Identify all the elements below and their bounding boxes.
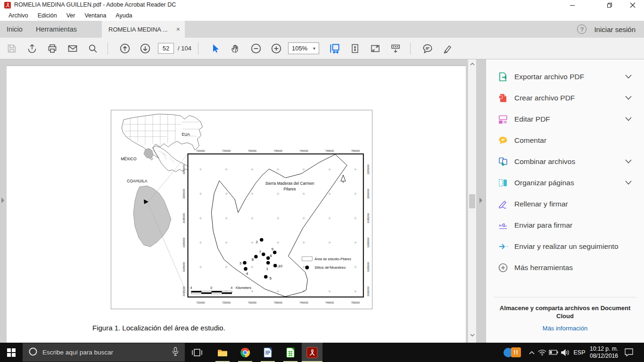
open-nav-pane-icon[interactable]	[0, 196, 6, 205]
site-dot	[266, 261, 270, 265]
site-dot	[264, 275, 268, 279]
chrome-button[interactable]	[235, 343, 256, 362]
task-view-button[interactable]	[187, 343, 207, 362]
x-tick-label: 745000	[325, 149, 334, 152]
cortana-icon	[28, 347, 38, 358]
menu-ver[interactable]: Ver	[62, 10, 80, 21]
signin-button[interactable]: Iniciar sesión	[594, 25, 636, 33]
chevron-down-icon[interactable]	[625, 96, 632, 100]
wifi-icon[interactable]	[537, 343, 548, 362]
chevron-down-icon[interactable]	[625, 159, 632, 164]
sidebar-item-combine-files[interactable]: Combinar archivos	[486, 151, 644, 172]
x-tick-label: 740000	[299, 301, 308, 304]
page-number-input[interactable]: 52	[158, 43, 174, 54]
pdf-page: EUA MÉXICO COAHUILA 72000072000072500072…	[7, 66, 466, 343]
x-tick-label: 720000	[196, 149, 205, 152]
action-center-icon[interactable]	[622, 343, 636, 362]
chevron-down-icon[interactable]	[625, 181, 632, 185]
highlighter-tool-button[interactable]	[440, 41, 456, 57]
tray-chevron-up-icon[interactable]	[526, 343, 537, 362]
tab-herramientas[interactable]: Herramientas	[36, 21, 77, 38]
sidebar-divider	[494, 297, 636, 297]
hand-tool-button[interactable]	[228, 41, 244, 57]
sidebar-item-fill-sign[interactable]: Rellenar y firmar	[486, 193, 644, 214]
scroll-up-icon[interactable]	[468, 60, 477, 68]
site-dot	[243, 261, 247, 265]
microphone-icon[interactable]	[172, 347, 179, 358]
zoom-in-button[interactable]	[268, 41, 284, 57]
sidebar-item-organize-pages[interactable]: Organizar páginas	[486, 172, 644, 193]
sidebar-item-export-pdf[interactable]: Exportar archivo PDF	[486, 66, 644, 87]
tab-document[interactable]: ROMELIA MEDINA ... ×	[102, 21, 185, 38]
comment-tool-button[interactable]	[420, 41, 436, 57]
clock[interactable]: 10:12 p. m. 08/12/2016	[588, 343, 619, 362]
menu-archivo[interactable]: Archivo	[4, 10, 33, 21]
site-dot	[262, 253, 265, 256]
fit-page-button[interactable]	[347, 41, 363, 57]
previous-page-button[interactable]	[117, 41, 133, 57]
y-tick-label: 3190000	[182, 238, 185, 247]
acrobat-button[interactable]	[302, 343, 322, 362]
close-window-button[interactable]	[625, 0, 641, 10]
email-button[interactable]	[65, 41, 81, 57]
sidebar-item-send-for-sign[interactable]: Enviar para firmar	[486, 214, 644, 236]
window-title: ROMELIA MEDINA GUILLEN.pdf - Adobe Acrob…	[14, 1, 176, 8]
tray-overflow-app[interactable]: !!	[508, 343, 524, 362]
help-icon[interactable]: ?	[577, 25, 586, 34]
site-dot	[254, 255, 258, 259]
legend-sites-label: Sitios de Muestreo	[314, 265, 346, 270]
alert-badge: !!	[511, 347, 521, 357]
figure-caption: Figura 1. Localización del área de estud…	[92, 324, 225, 332]
battery-icon[interactable]	[548, 343, 559, 362]
zoom-level-dropdown[interactable]: 105% ▾	[288, 42, 319, 54]
tab-inicio[interactable]: Inicio	[7, 21, 23, 38]
x-tick-label: 745000	[325, 301, 334, 304]
legend-area-swatch	[302, 257, 312, 261]
site-label: 10	[278, 264, 282, 268]
next-page-button[interactable]	[137, 41, 153, 57]
taskbar-search-box[interactable]: Escribe aquí para buscar	[23, 343, 185, 362]
comment-icon	[497, 135, 509, 146]
document-cloud-promo: Almacene y comparta archivos en Document…	[486, 304, 644, 320]
sidebar-item-more-tools[interactable]: Más herramientas	[486, 257, 644, 278]
windows-taskbar: Escribe aquí para buscar !!	[0, 343, 644, 362]
minimize-button[interactable]	[564, 0, 580, 10]
scroll-down-icon[interactable]	[468, 331, 477, 339]
language-indicator[interactable]: ESP	[571, 343, 587, 362]
sidebar-item-create-pdf[interactable]: Crear archivo PDF	[486, 87, 644, 108]
sidebar-item-send-track[interactable]: Enviar y realizar un seguimiento	[486, 236, 644, 257]
scrollbar-thumb[interactable]	[469, 194, 475, 208]
menu-ayuda[interactable]: Ayuda	[111, 10, 137, 21]
writer-button[interactable]	[257, 343, 278, 362]
collapse-tools-pane-icon[interactable]	[478, 196, 484, 205]
print-button[interactable]	[44, 41, 60, 57]
site-label: 9	[271, 247, 273, 251]
fit-width-button[interactable]	[327, 41, 343, 57]
calc-button[interactable]	[280, 343, 301, 362]
signin-area: ? Iniciar sesión	[577, 21, 636, 38]
more-info-link[interactable]: Más información	[486, 325, 644, 332]
close-tab-icon[interactable]: ×	[176, 25, 180, 33]
share-upload-button[interactable]	[24, 41, 40, 57]
file-explorer-button[interactable]	[212, 343, 233, 362]
zoom-out-button[interactable]	[248, 41, 264, 57]
start-button[interactable]	[0, 343, 23, 362]
menu-ventana[interactable]: Ventana	[80, 10, 111, 21]
presentation-mode-button[interactable]	[388, 41, 404, 57]
y-tick-label: 3205000	[367, 165, 370, 174]
select-tool-button[interactable]	[207, 41, 223, 57]
restore-button[interactable]	[602, 0, 618, 10]
chevron-down-icon[interactable]	[625, 74, 632, 79]
sidebar-item-comment[interactable]: Comentar	[486, 130, 644, 151]
chevron-down-icon[interactable]	[625, 117, 632, 121]
site-label: 4	[246, 272, 248, 276]
save-button[interactable]	[4, 41, 20, 57]
toolbar-separator	[107, 42, 108, 55]
fullscreen-button[interactable]	[367, 41, 383, 57]
vertical-scrollbar[interactable]	[468, 59, 476, 343]
content-area: EUA MÉXICO COAHUILA 72000072000072500072…	[0, 59, 644, 343]
sidebar-item-edit-pdf[interactable]: Editar PDF	[486, 108, 644, 130]
menu-edicion[interactable]: Edición	[33, 10, 62, 21]
search-icon[interactable]	[85, 41, 101, 57]
volume-icon[interactable]	[559, 343, 571, 362]
